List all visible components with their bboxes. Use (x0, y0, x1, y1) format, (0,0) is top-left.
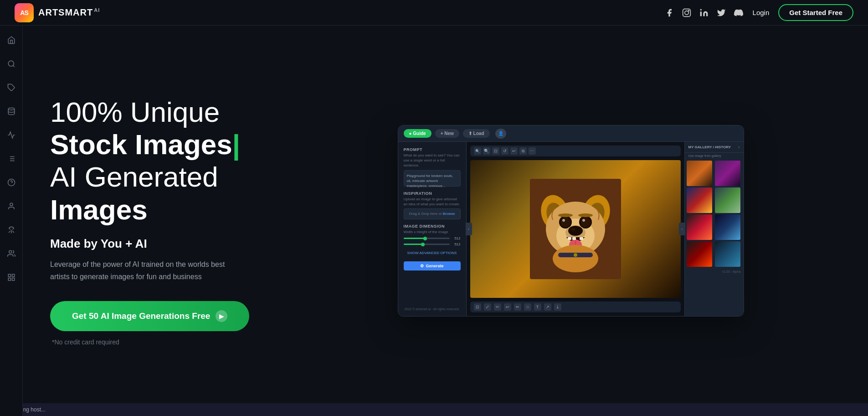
svg-point-46 (553, 245, 598, 272)
mockup-topbar: ● Guide + New ⬆ Load 👤 (398, 125, 744, 142)
upload-text: Drag & Drop here or (409, 212, 442, 216)
main-content: 100% Unique Stock Images| AI Generated I… (23, 26, 868, 416)
mockup-tab-load[interactable]: ⬆ Load (463, 129, 490, 138)
gallery-thumb-5[interactable] (687, 214, 712, 240)
toolbar-crop[interactable]: ⊡ (474, 303, 481, 311)
twitter-icon[interactable] (716, 8, 726, 18)
gallery-thumb-4[interactable] (715, 187, 740, 213)
toolbar-save[interactable]: ⤓ (554, 303, 561, 311)
svg-rect-43 (568, 237, 571, 240)
collapse-left-button[interactable]: ‹ (466, 223, 472, 235)
generate-button[interactable]: ⚙ Generate (404, 261, 461, 270)
mockup-tab-user[interactable]: 👤 (495, 129, 506, 139)
mockup-tab-guide[interactable]: ● Guide (404, 129, 431, 138)
toolbar-undo[interactable]: ↩ (510, 147, 518, 155)
toolbar-cut[interactable]: ✂ (494, 303, 501, 311)
gallery-thumb-2[interactable] (715, 161, 740, 186)
sidebar-item-database[interactable] (4, 104, 19, 119)
mockup-tab-new[interactable]: + New (435, 129, 459, 138)
svg-rect-21 (12, 278, 14, 281)
toolbar-more[interactable]: ⋯ (529, 147, 536, 155)
upload-box[interactable]: Drag & Drop here or Browse (404, 208, 461, 219)
toolbar-edit[interactable]: ✏ (514, 303, 521, 311)
inspiration-section: INSPIRATION Upload an image to give arts… (404, 191, 461, 219)
navbar-right: Login Get Started Free (664, 4, 853, 21)
toolbar-star[interactable]: ☆ (524, 303, 531, 311)
dimension-sublabel: Width x Height of the image (404, 229, 461, 234)
toolbar-zoom-in[interactable]: 🔍 (474, 147, 481, 155)
svg-rect-22 (8, 278, 10, 281)
gallery-toggle[interactable]: ‹ (738, 145, 740, 150)
login-button[interactable]: Login (753, 9, 770, 16)
gallery-title: MY GALLERY / HISTORY (688, 145, 731, 149)
width-slider[interactable] (404, 238, 450, 239)
svg-point-39 (568, 226, 583, 236)
dimension-section: IMAGE DIMENSION Width x Height of the im… (404, 224, 461, 246)
svg-point-8 (8, 108, 15, 110)
width-value: 512 (452, 236, 461, 240)
mockup-gallery: › MY GALLERY / HISTORY ‹ Use image from … (684, 142, 744, 316)
gallery-thumb-3[interactable] (687, 187, 712, 213)
toolbar-undo2[interactable]: ↩ (504, 303, 511, 311)
browse-link[interactable]: Browse (443, 212, 455, 216)
discord-icon[interactable] (734, 8, 744, 18)
toolbar-text[interactable]: T (534, 303, 541, 311)
hero-cta-arrow-icon: ▶ (216, 310, 227, 322)
sidebar-item-list[interactable] (4, 151, 19, 166)
dimension-label: IMAGE DIMENSION (404, 224, 461, 229)
svg-point-37 (578, 213, 593, 217)
version-text: v1.00 · Alpha (685, 269, 744, 275)
toolbar-fit[interactable]: ⊡ (492, 147, 499, 155)
svg-point-2 (688, 10, 689, 11)
prompt-sublabel: What do you want to see? You can use a s… (404, 153, 461, 168)
gallery-thumb-1[interactable] (687, 161, 712, 186)
height-slider-row: 512 (404, 242, 461, 246)
sidebar-item-help[interactable] (4, 175, 19, 190)
inspiration-label: INSPIRATION (404, 191, 461, 196)
instagram-icon[interactable] (682, 8, 692, 18)
navbar-logo-area: AS ARTSMARTAI (15, 3, 100, 22)
sidebar-item-home[interactable] (4, 33, 19, 47)
statusbar: resolving host... (0, 403, 868, 416)
slider-container: 512 512 (404, 236, 461, 246)
svg-point-34 (562, 219, 565, 222)
prompt-section: PROMPT What do you want to see? You can … (404, 147, 461, 187)
svg-line-6 (13, 65, 14, 67)
mockup-bottom-toolbar: ⊡ ⤢ ✂ ↩ ✏ ☆ T ↗ ⤓ (470, 302, 681, 312)
facebook-icon[interactable] (664, 8, 674, 18)
logo-text: ARTSMARTAI (38, 7, 100, 18)
dog-svg (530, 179, 621, 279)
toolbar-share[interactable]: ↗ (544, 303, 551, 311)
svg-point-5 (8, 61, 14, 66)
sidebar-item-search[interactable] (4, 57, 19, 71)
toolbar-zoom-out[interactable]: 🔍 (483, 147, 490, 155)
toolbar-expand[interactable]: ⤢ (484, 303, 491, 311)
sidebar-item-waveform[interactable] (4, 128, 19, 142)
advanced-options-link[interactable]: SHOW ADVANCED OPTIONS (404, 251, 461, 255)
toolbar-rotate[interactable]: ↺ (501, 147, 508, 155)
prompt-textarea[interactable]: Playground for broken souls, oil, intric… (404, 170, 461, 187)
hero-title: 100% Unique Stock Images| AI Generated I… (50, 96, 282, 226)
sidebar-item-grid[interactable] (4, 270, 19, 285)
sidebar-item-users[interactable] (4, 246, 19, 261)
svg-point-17 (10, 203, 13, 206)
sidebar-item-profile[interactable] (4, 199, 19, 213)
gallery-thumb-7[interactable] (687, 241, 712, 267)
sidebar-item-tag[interactable] (4, 80, 19, 95)
linkedin-icon[interactable] (699, 8, 709, 18)
gallery-thumb-6[interactable] (715, 214, 740, 240)
svg-point-35 (582, 219, 585, 222)
hero-cta-button[interactable]: Get 50 AI Image Generations Free ▶ (50, 301, 249, 331)
gallery-thumb-8[interactable] (715, 241, 740, 267)
mockup-top-toolbar: 🔍 🔍 ⊡ ↺ ↩ ⧉ ⋯ (470, 146, 681, 156)
height-slider[interactable] (404, 244, 450, 245)
get-started-button[interactable]: Get Started Free (778, 4, 853, 21)
sidebar-item-rocket[interactable] (4, 223, 19, 237)
hero-title-line3: AI Generated (50, 161, 218, 192)
social-icons (664, 8, 744, 18)
collapse-right-button[interactable]: › (679, 223, 685, 235)
svg-point-33 (580, 217, 591, 227)
gallery-grid (685, 159, 744, 269)
toolbar-copy[interactable]: ⧉ (519, 147, 527, 155)
cursor: | (232, 129, 240, 160)
